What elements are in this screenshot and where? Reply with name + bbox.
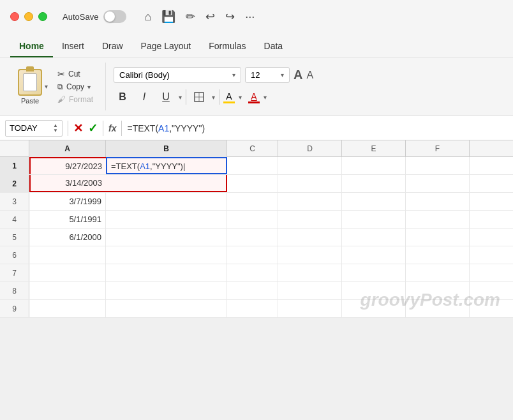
- cell-e8[interactable]: [342, 282, 406, 299]
- cell-a9[interactable]: [29, 300, 106, 317]
- cell-e7[interactable]: [342, 264, 406, 281]
- tab-data[interactable]: Data: [255, 37, 292, 57]
- tab-home[interactable]: Home: [10, 37, 53, 57]
- cell-b6[interactable]: [106, 246, 227, 264]
- row-num-8[interactable]: 8: [0, 282, 29, 299]
- col-header-b[interactable]: B: [106, 140, 227, 157]
- more-icon[interactable]: ···: [245, 10, 255, 24]
- cell-b8[interactable]: [106, 282, 227, 299]
- cell-e5[interactable]: [342, 229, 406, 246]
- cell-c5[interactable]: [227, 229, 278, 246]
- col-header-f[interactable]: F: [406, 140, 470, 157]
- font-grow-button[interactable]: A: [294, 68, 302, 82]
- cell-e4[interactable]: [342, 211, 406, 228]
- col-header-c[interactable]: C: [227, 140, 278, 157]
- cell-c7[interactable]: [227, 264, 278, 281]
- cell-d2[interactable]: [278, 175, 342, 192]
- cell-c6[interactable]: [227, 246, 278, 264]
- row-num-7[interactable]: 7: [0, 264, 29, 281]
- cell-f1[interactable]: [406, 157, 470, 174]
- cell-c1[interactable]: [227, 157, 278, 174]
- cell-f4[interactable]: [406, 211, 470, 228]
- highlight-color-button[interactable]: A: [223, 91, 235, 103]
- cell-b3[interactable]: [106, 193, 227, 210]
- bold-button[interactable]: B: [114, 88, 131, 106]
- cell-a6[interactable]: [29, 246, 106, 264]
- row-num-5[interactable]: 5: [0, 229, 29, 246]
- borders-chevron[interactable]: ▾: [212, 94, 215, 101]
- row-num-4[interactable]: 4: [0, 211, 29, 228]
- row-num-1[interactable]: 1: [0, 157, 29, 174]
- copy-action[interactable]: ⧉ Copy ▾: [56, 82, 95, 92]
- cell-f5[interactable]: [406, 229, 470, 246]
- tab-draw[interactable]: Draw: [93, 37, 132, 57]
- borders-button[interactable]: [190, 88, 208, 106]
- col-header-e[interactable]: E: [342, 140, 406, 157]
- undo-icon[interactable]: ↩: [205, 10, 215, 24]
- cell-c4[interactable]: [227, 211, 278, 228]
- cell-d1[interactable]: [278, 157, 342, 174]
- cell-b1[interactable]: =TEXT(A1,"YYYY")|: [106, 157, 227, 174]
- cell-e3[interactable]: [342, 193, 406, 210]
- confirm-formula-button[interactable]: ✓: [88, 121, 98, 135]
- maximize-button[interactable]: [38, 12, 47, 21]
- cell-d5[interactable]: [278, 229, 342, 246]
- font-size-select[interactable]: 12 ▾: [245, 67, 290, 83]
- cell-d6[interactable]: [278, 246, 342, 264]
- format-action[interactable]: 🖌 Format: [56, 94, 95, 105]
- tab-page-layout[interactable]: Page Layout: [132, 37, 200, 57]
- underline-button[interactable]: U: [157, 88, 175, 106]
- cell-c8[interactable]: [227, 282, 278, 299]
- cell-b5[interactable]: [106, 229, 227, 246]
- row-num-6[interactable]: 6: [0, 246, 29, 264]
- cell-a5[interactable]: 6/1/2000: [29, 229, 106, 246]
- cell-e9[interactable]: [342, 300, 406, 317]
- autosave-toggle[interactable]: [103, 10, 126, 23]
- row-num-2[interactable]: 2: [0, 175, 29, 192]
- cell-f9[interactable]: [406, 300, 470, 317]
- cell-f6[interactable]: [406, 246, 470, 264]
- highlight-chevron[interactable]: ▾: [239, 94, 242, 101]
- row-num-3[interactable]: 3: [0, 193, 29, 210]
- cell-c9[interactable]: [227, 300, 278, 317]
- cell-b2[interactable]: [106, 175, 227, 192]
- edit-icon[interactable]: ✏: [186, 10, 195, 24]
- cell-f7[interactable]: [406, 264, 470, 281]
- formula-content[interactable]: =TEXT(A1,"YYYY"): [127, 123, 508, 133]
- minimize-button[interactable]: [24, 12, 33, 21]
- close-button[interactable]: [10, 12, 19, 21]
- cell-b9[interactable]: [106, 300, 227, 317]
- paste-label[interactable]: Paste: [21, 97, 39, 105]
- italic-button[interactable]: I: [135, 88, 153, 106]
- cell-a8[interactable]: [29, 282, 106, 299]
- cell-a3[interactable]: 3/7/1999: [29, 193, 106, 210]
- cell-a2[interactable]: 3/14/2003: [29, 175, 106, 192]
- cell-e2[interactable]: [342, 175, 406, 192]
- copy-chevron[interactable]: ▾: [87, 84, 91, 91]
- cell-f2[interactable]: [406, 175, 470, 192]
- font-name-select[interactable]: Calibri (Body) ▾: [114, 67, 241, 83]
- cell-name-arrows[interactable]: ▲ ▼: [53, 123, 58, 133]
- cut-action[interactable]: ✂ Cut: [56, 68, 95, 80]
- cell-d3[interactable]: [278, 193, 342, 210]
- cell-a1[interactable]: 9/27/2023: [29, 157, 106, 174]
- cell-e1[interactable]: [342, 157, 406, 174]
- cell-d7[interactable]: [278, 264, 342, 281]
- cell-d8[interactable]: [278, 282, 342, 299]
- save-icon[interactable]: 💾: [161, 10, 175, 24]
- cell-a4[interactable]: 5/1/1991: [29, 211, 106, 228]
- cell-e6[interactable]: [342, 246, 406, 264]
- cell-b7[interactable]: [106, 264, 227, 281]
- cell-a7[interactable]: [29, 264, 106, 281]
- cell-d9[interactable]: [278, 300, 342, 317]
- font-color-chevron[interactable]: ▾: [264, 94, 267, 101]
- font-shrink-button[interactable]: A: [306, 70, 313, 81]
- cancel-formula-button[interactable]: ✕: [73, 121, 83, 135]
- cell-c3[interactable]: [227, 193, 278, 210]
- col-header-a[interactable]: A: [29, 140, 106, 157]
- row-num-9[interactable]: 9: [0, 300, 29, 317]
- paste-chevron[interactable]: ▾: [45, 83, 48, 90]
- cell-c2[interactable]: [227, 175, 278, 192]
- underline-options-chevron[interactable]: ▾: [179, 94, 182, 101]
- col-header-d[interactable]: D: [278, 140, 342, 157]
